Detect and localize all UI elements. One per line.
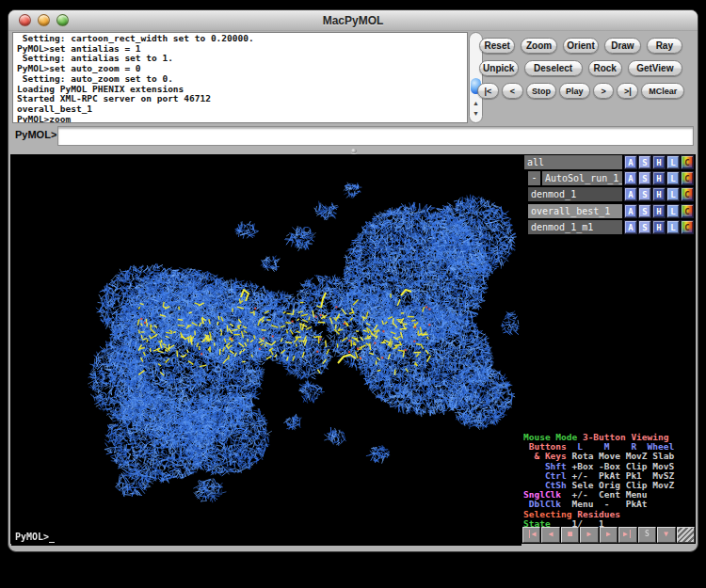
a-menu-button-all[interactable]: A bbox=[624, 155, 637, 169]
console-log-box[interactable]: Setting: cartoon_rect_width set to 0.200… bbox=[12, 32, 468, 123]
vcr-down-button[interactable]: ▼ bbox=[657, 527, 675, 543]
l-menu-button-AutoSol_run_1_[interactable]: L bbox=[666, 171, 680, 185]
button-rock[interactable]: Rock bbox=[588, 60, 622, 76]
button-movie-nav-1[interactable]: < bbox=[502, 83, 523, 99]
button-zoom[interactable]: Zoom bbox=[521, 38, 556, 54]
button-stop[interactable]: Stop bbox=[526, 83, 556, 99]
splitter-handle[interactable] bbox=[351, 149, 357, 153]
mouse-panel[interactable]: Mouse Mode 3-Button Viewing Buttons L M … bbox=[523, 433, 697, 529]
movie-button-row: |<<StopPlay>>|MClear bbox=[477, 83, 684, 99]
a-menu-button-denmod_1[interactable]: A bbox=[624, 187, 637, 201]
button-reset[interactable]: Reset bbox=[479, 38, 515, 54]
s-menu-button-denmod_1[interactable]: S bbox=[638, 187, 651, 201]
vcr-s-toggle-button[interactable]: S bbox=[638, 527, 656, 543]
button-orient[interactable]: Orient bbox=[563, 38, 599, 54]
object-row-AutoSol_run_1_: -AutoSol_run_1_ASHLC bbox=[521, 170, 696, 186]
button-unpick[interactable]: Unpick bbox=[479, 60, 519, 76]
object-row-all: allASHLC bbox=[521, 154, 696, 170]
close-button[interactable] bbox=[19, 14, 31, 26]
h-menu-button-AutoSol_run_1_[interactable]: H bbox=[652, 171, 666, 185]
console-log: Setting: cartoon_rect_width set to 0.200… bbox=[17, 34, 467, 123]
button-movie-nav-4[interactable]: > bbox=[593, 83, 615, 99]
c-menu-button-overall_best_1[interactable]: C bbox=[681, 204, 694, 218]
viewport-prompt: PyMOL>_ bbox=[15, 532, 55, 542]
main-area: PyMOL>_ allASHLC-AutoSol_run_1_ASHLCdenm… bbox=[10, 154, 696, 544]
vcr-go-start-button[interactable]: |◀ bbox=[522, 527, 540, 543]
c-menu-button-AutoSol_run_1_[interactable]: C bbox=[681, 171, 694, 185]
button-getview[interactable]: GetView bbox=[628, 60, 682, 76]
vcr-controls: |◀◀■▶▶▶|S▼ bbox=[522, 527, 695, 543]
vcr-play-button[interactable]: ▶ bbox=[580, 527, 598, 543]
object-name-overall_best_1[interactable]: overall_best_1 bbox=[528, 204, 622, 218]
zoom-window-button[interactable] bbox=[56, 14, 69, 26]
c-menu-button-all[interactable]: C bbox=[681, 155, 694, 169]
a-menu-button-overall_best_1[interactable]: A bbox=[624, 204, 637, 218]
s-menu-button-AutoSol_run_1_[interactable]: S bbox=[638, 171, 651, 185]
c-menu-button-denmod_1_m1[interactable]: C bbox=[681, 220, 694, 234]
button-movie-nav-0[interactable]: |< bbox=[477, 83, 499, 99]
object-row-denmod_1_m1: denmod_1_m1ASHLC bbox=[521, 219, 696, 235]
vcr-step-forward-button[interactable]: ▶ bbox=[600, 527, 618, 543]
object-name-denmod_1[interactable]: denmod_1 bbox=[528, 187, 622, 201]
a-menu-button-AutoSol_run_1_[interactable]: A bbox=[624, 171, 637, 185]
view-button-row: ResetZoomOrientDrawRay bbox=[479, 38, 682, 54]
object-panel: allASHLC-AutoSol_run_1_ASHLCdenmod_1ASHL… bbox=[521, 154, 696, 239]
h-menu-button-denmod_1[interactable]: H bbox=[652, 187, 666, 201]
window-title: MacPyMOL bbox=[8, 10, 698, 31]
vcr-stop-button[interactable]: ■ bbox=[561, 527, 579, 543]
c-menu-button-denmod_1[interactable]: C bbox=[681, 187, 694, 201]
vcr-step-back-button[interactable]: ◀ bbox=[541, 527, 559, 543]
h-menu-button-all[interactable]: H bbox=[652, 155, 666, 169]
button-play[interactable]: Play bbox=[559, 83, 589, 99]
scroll-down-arrow[interactable]: ▼ bbox=[470, 110, 482, 118]
prompt-label: PyMOL> bbox=[15, 129, 56, 140]
minimize-button[interactable] bbox=[38, 14, 50, 26]
l-menu-button-denmod_1[interactable]: L bbox=[666, 187, 680, 201]
resize-grip[interactable] bbox=[677, 527, 695, 543]
button-deselect[interactable]: Deselect bbox=[524, 60, 583, 76]
s-menu-button-overall_best_1[interactable]: S bbox=[638, 204, 651, 218]
button-draw[interactable]: Draw bbox=[604, 38, 640, 54]
command-input[interactable] bbox=[57, 126, 694, 146]
s-menu-button-all[interactable]: S bbox=[638, 155, 651, 169]
l-menu-button-all[interactable]: L bbox=[666, 155, 680, 169]
button-mclear[interactable]: MClear bbox=[641, 83, 684, 99]
object-row-overall_best_1: overall_best_1ASHLC bbox=[521, 203, 696, 219]
right-panel: allASHLC-AutoSol_run_1_ASHLCdenmod_1ASHL… bbox=[521, 154, 696, 544]
l-menu-button-overall_best_1[interactable]: L bbox=[666, 204, 680, 218]
button-ray[interactable]: Ray bbox=[647, 38, 682, 54]
s-menu-button-denmod_1_m1[interactable]: S bbox=[638, 220, 651, 234]
h-menu-button-overall_best_1[interactable]: H bbox=[652, 204, 666, 218]
button-movie-nav-5[interactable]: >| bbox=[617, 83, 638, 99]
a-menu-button-denmod_1_m1[interactable]: A bbox=[624, 220, 637, 234]
scroll-up-arrow[interactable]: ▲ bbox=[470, 100, 482, 107]
object-name-denmod_1_m1[interactable]: denmod_1_m1 bbox=[528, 220, 622, 234]
molecule-viewport[interactable] bbox=[11, 154, 521, 546]
l-menu-button-denmod_1_m1[interactable]: L bbox=[666, 220, 680, 234]
object-name-all[interactable]: all bbox=[524, 155, 622, 169]
app-window: MacPyMOL Setting: cartoon_rect_width set… bbox=[8, 9, 698, 552]
title-bar[interactable]: MacPyMOL bbox=[8, 10, 698, 32]
collapse-toggle-icon[interactable]: - bbox=[528, 171, 540, 185]
object-name-AutoSol_run_1_[interactable]: AutoSol_run_1_ bbox=[542, 171, 622, 185]
upper-panel: Setting: cartoon_rect_width set to 0.200… bbox=[8, 31, 698, 154]
vcr-go-end-button[interactable]: ▶| bbox=[618, 527, 636, 543]
object-row-denmod_1: denmod_1ASHLC bbox=[521, 186, 696, 202]
pick-button-row: UnpickDeselectRockGetView bbox=[479, 60, 682, 76]
h-menu-button-denmod_1_m1[interactable]: H bbox=[652, 220, 666, 234]
